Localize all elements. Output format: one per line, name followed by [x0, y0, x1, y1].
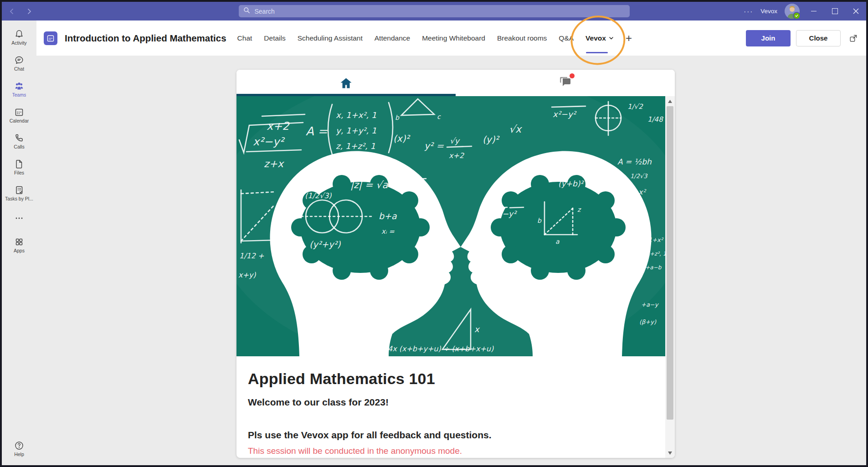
svg-text:(β+y): (β+y): [639, 318, 657, 325]
avatar[interactable]: [785, 4, 800, 19]
svg-text:(x)²: (x)²: [393, 133, 411, 144]
tab-breakout-rooms[interactable]: Breakout rooms: [497, 34, 547, 42]
teams-people-icon: [14, 81, 25, 91]
join-button[interactable]: Join: [746, 30, 791, 46]
calendar-icon: [14, 107, 24, 117]
svg-text:x²−y²: x²−y²: [553, 109, 577, 119]
minimize-icon[interactable]: [807, 2, 821, 21]
notification-badge: [570, 73, 575, 78]
svg-text:(y)²: (y)²: [483, 134, 500, 145]
tab-chat[interactable]: Chat: [237, 34, 252, 42]
svg-text:x, 1+x², 1: x, 1+x², 1: [336, 110, 376, 120]
svg-text:1/√2: 1/√2: [627, 103, 643, 111]
sidebar-item-more[interactable]: [2, 206, 36, 232]
scrollbar[interactable]: [665, 96, 675, 458]
search-input[interactable]: [254, 7, 625, 15]
svg-text:b+a: b+a: [379, 211, 397, 221]
sidebar-item-label: Chat: [14, 67, 24, 72]
sidebar-item-tasks[interactable]: Tasks by Pl...: [2, 180, 36, 206]
sidebar-item-label: Files: [14, 170, 24, 175]
sidebar: Activity Chat Teams Calendar Calls Files: [2, 21, 36, 465]
vevox-anonymous-notice: This session will be conducted in the an…: [248, 446, 657, 456]
scroll-up-icon[interactable]: [665, 98, 675, 105]
sidebar-item-label: Calendar: [10, 118, 29, 123]
sidebar-item-label: Activity: [11, 41, 26, 46]
sidebar-item-label: Help: [14, 452, 24, 457]
sidebar-item-label: Apps: [14, 248, 25, 253]
vevox-welcome-section: Applied Mathematics 101 Welcome to our c…: [236, 356, 675, 456]
active-tab-indicator: [236, 94, 456, 96]
sidebar-item-activity[interactable]: Activity: [2, 24, 36, 50]
tab-qa[interactable]: Q&A: [559, 34, 574, 42]
svg-text:c: c: [437, 113, 441, 120]
scrollbar-thumb[interactable]: [667, 106, 673, 420]
chevron-down-icon: [609, 36, 614, 41]
status-available-icon: [793, 12, 801, 20]
sidebar-item-label: Teams: [12, 92, 26, 98]
titlebar-more-button[interactable]: ···: [744, 7, 753, 15]
chalkboard-image: x+2 x²−y² z+x A = x, 1+x², 1 y, 1+: [236, 96, 665, 356]
page-title: Introduction to Applied Mathematics: [65, 33, 226, 44]
svg-text:b: b: [395, 114, 400, 121]
meeting-calendar-icon: [44, 31, 57, 45]
phone-icon: [14, 133, 24, 143]
header-actions: Join Close: [746, 30, 858, 46]
svg-text:x+y): x+y): [238, 271, 256, 279]
sidebar-item-label: Calls: [14, 144, 24, 149]
vevox-subheading: Welcome to our class for 2023!: [248, 397, 657, 408]
sidebar-item-calls[interactable]: Calls: [2, 128, 36, 154]
svg-text:(1/2√3): (1/2√3): [305, 191, 332, 200]
svg-text:(y+b)²: (y+b)²: [558, 179, 584, 188]
svg-text:xᵢ =: xᵢ =: [381, 227, 395, 236]
tab-attendance[interactable]: Attendance: [375, 34, 410, 42]
tab-details[interactable]: Details: [264, 34, 285, 42]
svg-text:x+2: x+2: [449, 151, 465, 160]
titlebar-user-name: Vevox: [760, 8, 777, 15]
search-bar[interactable]: [239, 5, 630, 17]
svg-text:1/48: 1/48: [647, 115, 663, 123]
svg-text:a: a: [555, 238, 560, 245]
sidebar-item-files[interactable]: Files: [2, 154, 36, 180]
home-icon: [340, 77, 352, 89]
chat-icon: [560, 77, 571, 87]
tab-scheduling-assistant[interactable]: Scheduling Assistant: [298, 34, 363, 42]
popout-icon[interactable]: [849, 34, 858, 43]
svg-text:(y²+y²): (y²+y²): [309, 239, 341, 249]
file-icon: [14, 159, 24, 169]
add-tab-button[interactable]: +: [626, 34, 632, 43]
svg-text:4x (x+b+y+u) ÷ (x+b+x+u): 4x (x+b+y+u) ÷ (x+b+x+u): [388, 344, 494, 353]
sidebar-item-chat[interactable]: Chat: [2, 50, 36, 76]
back-icon[interactable]: [8, 8, 15, 15]
vevox-heading: Applied Mathematics 101: [248, 370, 657, 388]
history-nav: [8, 2, 33, 21]
svg-text:√x: √x: [509, 123, 523, 135]
search-icon: [243, 7, 250, 15]
app-window: ··· Vevox: [0, 0, 868, 467]
tab-meeting-whiteboard[interactable]: Meeting Whiteboard: [422, 34, 485, 42]
close-window-icon[interactable]: [849, 2, 863, 21]
svg-text:1/2√3: 1/2√3: [630, 173, 648, 180]
apps-grid-icon: [14, 237, 24, 247]
svg-text:2ᵇʰ uˣ: 2ᵇʰ uˣ: [503, 178, 527, 187]
meeting-tabs: Chat Details Scheduling Assistant Attend…: [237, 34, 632, 43]
svg-text:|z| = √a²+b²: |z| = √a²+b²: [350, 180, 411, 190]
content-area: x+2 x²−y² z+x A = x, 1+x², 1 y, 1+: [36, 56, 866, 465]
scroll-down-icon[interactable]: [665, 449, 675, 457]
svg-text:y, 1+y², 1: y, 1+y², 1: [336, 126, 376, 135]
svg-text:x²−y²: x²−y²: [494, 209, 517, 218]
forward-icon[interactable]: [26, 8, 33, 15]
sidebar-item-calendar[interactable]: Calendar: [2, 102, 36, 128]
svg-text:1/12 +: 1/12 +: [239, 251, 264, 260]
vevox-app-tabs: [236, 70, 675, 96]
vevox-home-tab[interactable]: [236, 70, 456, 96]
svg-text:y² =: y² =: [424, 140, 444, 151]
sidebar-item-apps[interactable]: Apps: [2, 232, 36, 258]
vevox-chat-tab[interactable]: [456, 70, 675, 96]
tab-vevox[interactable]: Vevox: [586, 34, 614, 42]
svg-text:√y: √y: [450, 136, 460, 145]
sidebar-item-help[interactable]: Help: [2, 437, 36, 461]
tasks-icon: [14, 185, 24, 195]
close-button[interactable]: Close: [796, 30, 841, 46]
sidebar-item-teams[interactable]: Teams: [2, 76, 36, 102]
maximize-icon[interactable]: [828, 2, 842, 21]
